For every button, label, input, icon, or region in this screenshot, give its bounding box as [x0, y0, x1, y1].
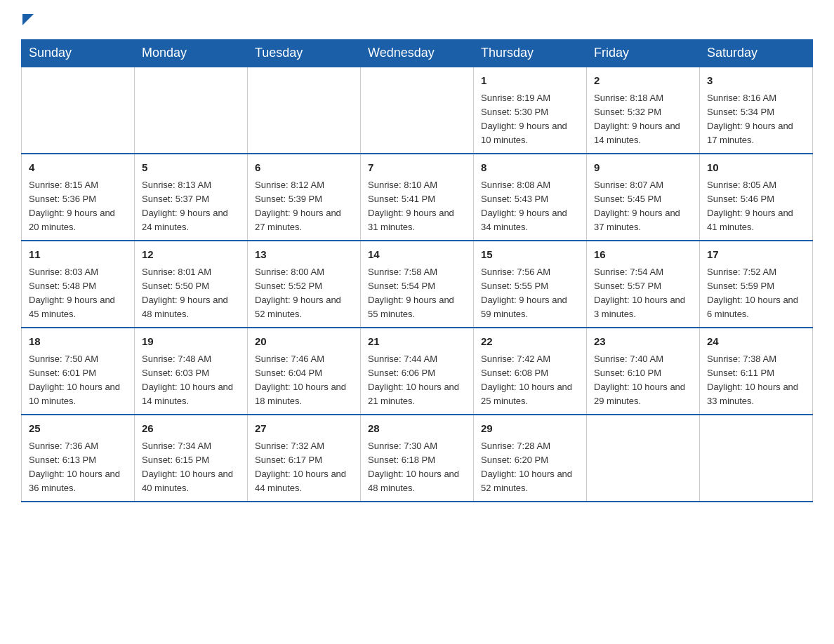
- day-number: 25: [29, 421, 127, 437]
- day-number: 4: [29, 160, 127, 176]
- day-number: 14: [368, 247, 466, 263]
- day-number: 17: [707, 247, 805, 263]
- day-of-week-header: Tuesday: [248, 40, 361, 67]
- day-info: Sunrise: 7:54 AMSunset: 5:57 PMDaylight:…: [594, 265, 692, 322]
- day-info: Sunrise: 8:03 AMSunset: 5:48 PMDaylight:…: [29, 265, 127, 322]
- day-number: 20: [255, 334, 353, 350]
- day-of-week-header: Thursday: [474, 40, 587, 67]
- calendar-day-cell: 22Sunrise: 7:42 AMSunset: 6:08 PMDayligh…: [474, 328, 587, 415]
- day-number: 15: [481, 247, 579, 263]
- day-number: 19: [142, 334, 240, 350]
- day-number: 18: [29, 334, 127, 350]
- day-info: Sunrise: 7:46 AMSunset: 6:04 PMDaylight:…: [255, 352, 353, 409]
- calendar-day-cell: 25Sunrise: 7:36 AMSunset: 6:13 PMDayligh…: [22, 415, 135, 502]
- day-of-week-header: Saturday: [700, 40, 813, 67]
- day-info: Sunrise: 8:01 AMSunset: 5:50 PMDaylight:…: [142, 265, 240, 322]
- day-info: Sunrise: 7:30 AMSunset: 6:18 PMDaylight:…: [368, 439, 466, 496]
- calendar-day-cell: [361, 67, 474, 154]
- day-info: Sunrise: 7:58 AMSunset: 5:54 PMDaylight:…: [368, 265, 466, 322]
- day-info: Sunrise: 7:32 AMSunset: 6:17 PMDaylight:…: [255, 439, 353, 496]
- calendar-day-cell: 2Sunrise: 8:18 AMSunset: 5:32 PMDaylight…: [587, 67, 700, 154]
- day-number: 29: [481, 421, 579, 437]
- day-number: 24: [707, 334, 805, 350]
- calendar-day-cell: 20Sunrise: 7:46 AMSunset: 6:04 PMDayligh…: [248, 328, 361, 415]
- calendar-week-row: 11Sunrise: 8:03 AMSunset: 5:48 PMDayligh…: [22, 241, 813, 328]
- day-info: Sunrise: 7:48 AMSunset: 6:03 PMDaylight:…: [142, 352, 240, 409]
- day-of-week-header: Wednesday: [361, 40, 474, 67]
- day-number: 22: [481, 334, 579, 350]
- day-number: 5: [142, 160, 240, 176]
- day-info: Sunrise: 8:05 AMSunset: 5:46 PMDaylight:…: [707, 178, 805, 235]
- day-info: Sunrise: 8:10 AMSunset: 5:41 PMDaylight:…: [368, 178, 466, 235]
- day-number: 9: [594, 160, 692, 176]
- day-number: 3: [707, 73, 805, 89]
- calendar-day-cell: 18Sunrise: 7:50 AMSunset: 6:01 PMDayligh…: [22, 328, 135, 415]
- calendar-day-cell: 3Sunrise: 8:16 AMSunset: 5:34 PMDaylight…: [700, 67, 813, 154]
- day-info: Sunrise: 8:08 AMSunset: 5:43 PMDaylight:…: [481, 178, 579, 235]
- day-of-week-header: Sunday: [22, 40, 135, 67]
- calendar-day-cell: [22, 67, 135, 154]
- day-info: Sunrise: 8:00 AMSunset: 5:52 PMDaylight:…: [255, 265, 353, 322]
- day-info: Sunrise: 8:13 AMSunset: 5:37 PMDaylight:…: [142, 178, 240, 235]
- day-of-week-header: Monday: [135, 40, 248, 67]
- calendar-day-cell: 29Sunrise: 7:28 AMSunset: 6:20 PMDayligh…: [474, 415, 587, 502]
- day-info: Sunrise: 7:52 AMSunset: 5:59 PMDaylight:…: [707, 265, 805, 322]
- day-number: 27: [255, 421, 353, 437]
- calendar-header-row: SundayMondayTuesdayWednesdayThursdayFrid…: [22, 40, 813, 67]
- calendar-day-cell: 15Sunrise: 7:56 AMSunset: 5:55 PMDayligh…: [474, 241, 587, 328]
- calendar-day-cell: 23Sunrise: 7:40 AMSunset: 6:10 PMDayligh…: [587, 328, 700, 415]
- day-number: 7: [368, 160, 466, 176]
- day-info: Sunrise: 7:36 AMSunset: 6:13 PMDaylight:…: [29, 439, 127, 496]
- calendar-day-cell: 27Sunrise: 7:32 AMSunset: 6:17 PMDayligh…: [248, 415, 361, 502]
- day-number: 8: [481, 160, 579, 176]
- day-info: Sunrise: 7:50 AMSunset: 6:01 PMDaylight:…: [29, 352, 127, 409]
- calendar-day-cell: 21Sunrise: 7:44 AMSunset: 6:06 PMDayligh…: [361, 328, 474, 415]
- calendar-day-cell: 4Sunrise: 8:15 AMSunset: 5:36 PMDaylight…: [22, 154, 135, 241]
- calendar-week-row: 25Sunrise: 7:36 AMSunset: 6:13 PMDayligh…: [22, 415, 813, 502]
- day-info: Sunrise: 8:15 AMSunset: 5:36 PMDaylight:…: [29, 178, 127, 235]
- day-number: 12: [142, 247, 240, 263]
- calendar-day-cell: 7Sunrise: 8:10 AMSunset: 5:41 PMDaylight…: [361, 154, 474, 241]
- logo-triangle-icon: [22, 14, 34, 25]
- calendar-table: SundayMondayTuesdayWednesdayThursdayFrid…: [21, 39, 813, 502]
- calendar-day-cell: 14Sunrise: 7:58 AMSunset: 5:54 PMDayligh…: [361, 241, 474, 328]
- calendar-day-cell: 26Sunrise: 7:34 AMSunset: 6:15 PMDayligh…: [135, 415, 248, 502]
- day-info: Sunrise: 7:34 AMSunset: 6:15 PMDaylight:…: [142, 439, 240, 496]
- calendar-day-cell: 11Sunrise: 8:03 AMSunset: 5:48 PMDayligh…: [22, 241, 135, 328]
- calendar-day-cell: 19Sunrise: 7:48 AMSunset: 6:03 PMDayligh…: [135, 328, 248, 415]
- calendar-day-cell: 17Sunrise: 7:52 AMSunset: 5:59 PMDayligh…: [700, 241, 813, 328]
- day-info: Sunrise: 8:07 AMSunset: 5:45 PMDaylight:…: [594, 178, 692, 235]
- day-number: 28: [368, 421, 466, 437]
- day-number: 11: [29, 247, 127, 263]
- day-of-week-header: Friday: [587, 40, 700, 67]
- day-number: 21: [368, 334, 466, 350]
- day-info: Sunrise: 7:28 AMSunset: 6:20 PMDaylight:…: [481, 439, 579, 496]
- day-number: 13: [255, 247, 353, 263]
- calendar-day-cell: 13Sunrise: 8:00 AMSunset: 5:52 PMDayligh…: [248, 241, 361, 328]
- day-info: Sunrise: 8:18 AMSunset: 5:32 PMDaylight:…: [594, 91, 692, 148]
- day-number: 2: [594, 73, 692, 89]
- day-number: 16: [594, 247, 692, 263]
- page-header: [21, 14, 813, 25]
- day-number: 23: [594, 334, 692, 350]
- calendar-day-cell: [135, 67, 248, 154]
- calendar-week-row: 4Sunrise: 8:15 AMSunset: 5:36 PMDaylight…: [22, 154, 813, 241]
- day-number: 6: [255, 160, 353, 176]
- day-info: Sunrise: 8:16 AMSunset: 5:34 PMDaylight:…: [707, 91, 805, 148]
- day-number: 1: [481, 73, 579, 89]
- calendar-day-cell: [248, 67, 361, 154]
- calendar-day-cell: 12Sunrise: 8:01 AMSunset: 5:50 PMDayligh…: [135, 241, 248, 328]
- day-info: Sunrise: 7:56 AMSunset: 5:55 PMDaylight:…: [481, 265, 579, 322]
- calendar-day-cell: [700, 415, 813, 502]
- calendar-day-cell: 24Sunrise: 7:38 AMSunset: 6:11 PMDayligh…: [700, 328, 813, 415]
- calendar-day-cell: [587, 415, 700, 502]
- day-number: 10: [707, 160, 805, 176]
- day-info: Sunrise: 8:19 AMSunset: 5:30 PMDaylight:…: [481, 91, 579, 148]
- calendar-week-row: 18Sunrise: 7:50 AMSunset: 6:01 PMDayligh…: [22, 328, 813, 415]
- day-info: Sunrise: 8:12 AMSunset: 5:39 PMDaylight:…: [255, 178, 353, 235]
- calendar-day-cell: 5Sunrise: 8:13 AMSunset: 5:37 PMDaylight…: [135, 154, 248, 241]
- calendar-day-cell: 9Sunrise: 8:07 AMSunset: 5:45 PMDaylight…: [587, 154, 700, 241]
- calendar-day-cell: 28Sunrise: 7:30 AMSunset: 6:18 PMDayligh…: [361, 415, 474, 502]
- calendar-day-cell: 1Sunrise: 8:19 AMSunset: 5:30 PMDaylight…: [474, 67, 587, 154]
- logo: [21, 14, 34, 25]
